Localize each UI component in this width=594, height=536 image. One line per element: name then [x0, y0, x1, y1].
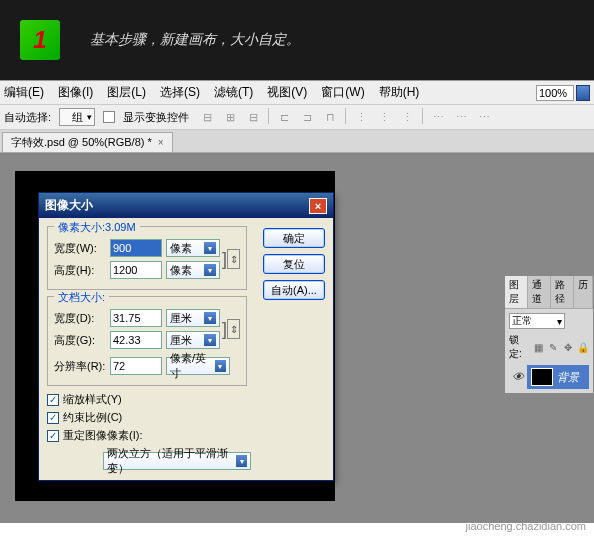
- lock-brush-icon[interactable]: ✎: [547, 340, 560, 354]
- menu-select[interactable]: 选择(S): [160, 84, 200, 101]
- align-icon[interactable]: ⊟: [243, 108, 263, 126]
- menu-layer[interactable]: 图层(L): [107, 84, 146, 101]
- dialog-titlebar[interactable]: 图像大小 ×: [39, 193, 333, 218]
- menu-help[interactable]: 帮助(H): [379, 84, 420, 101]
- document-size-legend: 文档大小:: [54, 290, 109, 305]
- resample-label: 重定图像像素(I):: [63, 428, 142, 443]
- auto-select-dropdown[interactable]: 组: [59, 108, 95, 126]
- transform-label: 显示变换控件: [123, 110, 189, 125]
- distribute-icon[interactable]: ⋯: [474, 108, 494, 126]
- align-icon[interactable]: ⊏: [274, 108, 294, 126]
- dialog-title: 图像大小: [45, 197, 93, 214]
- distribute-icon[interactable]: ⋯: [451, 108, 471, 126]
- distribute-icon[interactable]: ⋯: [428, 108, 448, 126]
- menu-view[interactable]: 视图(V): [267, 84, 307, 101]
- separator: [345, 108, 346, 124]
- image-size-dialog: 图像大小 × 确定 复位 自动(A)... 像素大小:3.09M 宽度(W): …: [38, 192, 334, 481]
- document-tab[interactable]: 字特效.psd @ 50%(RGB/8) * ×: [2, 132, 173, 152]
- resample-checkbox[interactable]: [47, 430, 59, 442]
- tab-layers[interactable]: 图层: [505, 276, 528, 308]
- link-icon[interactable]: ⇕: [227, 319, 240, 339]
- pixel-height-input[interactable]: [110, 261, 162, 279]
- document-tab-title: 字特效.psd @ 50%(RGB/8) *: [11, 135, 152, 150]
- close-button[interactable]: ×: [309, 198, 327, 214]
- layer-name: 背景: [557, 370, 579, 385]
- auto-button[interactable]: 自动(A)...: [263, 280, 325, 300]
- auto-select-label: 自动选择:: [4, 110, 51, 125]
- zoom-input[interactable]: [536, 85, 574, 101]
- scale-styles-label: 缩放样式(Y): [63, 392, 122, 407]
- link-icon[interactable]: ⇕: [227, 249, 240, 269]
- tutorial-banner: 1 基本步骤，新建画布，大小自定。: [0, 0, 594, 80]
- distribute-icon[interactable]: ⋮: [374, 108, 394, 126]
- pixel-dimensions-legend: 像素大小:3.09M: [54, 220, 140, 235]
- close-icon[interactable]: ×: [158, 137, 164, 148]
- align-icon[interactable]: ⊞: [220, 108, 240, 126]
- pixel-height-unit[interactable]: 像素▾: [166, 261, 220, 279]
- layer-row[interactable]: 👁 背景: [509, 365, 589, 389]
- step-description: 基本步骤，新建画布，大小自定。: [90, 31, 300, 49]
- pixel-width-unit[interactable]: 像素▾: [166, 239, 220, 257]
- tab-channels[interactable]: 通道: [528, 276, 551, 308]
- pixel-width-input[interactable]: [110, 239, 162, 257]
- panels-dock: 图层 通道 路径 历 正常▾ 锁定: ▦ ✎ ✥ 🔒 👁 背景: [504, 275, 594, 394]
- align-icon[interactable]: ⊐: [297, 108, 317, 126]
- doc-width-unit[interactable]: 厘米▾: [166, 309, 220, 327]
- constrain-label: 约束比例(C): [63, 410, 122, 425]
- resolution-label: 分辨率(R):: [54, 359, 106, 374]
- resample-method-dropdown[interactable]: 两次立方（适用于平滑渐变）▾: [103, 452, 251, 470]
- align-toolbar: ⊟ ⊞ ⊟ ⊏ ⊐ ⊓ ⋮ ⋮ ⋮ ⋯ ⋯ ⋯: [197, 108, 494, 126]
- watermark-url: jiaocheng.chazidian.com: [466, 520, 586, 532]
- reset-button[interactable]: 复位: [263, 254, 325, 274]
- doc-width-label: 宽度(D):: [54, 311, 106, 326]
- constrain-checkbox[interactable]: [47, 412, 59, 424]
- visibility-icon[interactable]: 👁: [509, 365, 527, 389]
- lock-all-icon[interactable]: 🔒: [576, 340, 589, 354]
- blend-mode-dropdown[interactable]: 正常▾: [509, 313, 565, 329]
- layer-thumbnail[interactable]: [531, 368, 553, 386]
- distribute-icon[interactable]: ⋮: [351, 108, 371, 126]
- height-label: 高度(H):: [54, 263, 106, 278]
- lock-move-icon[interactable]: ✥: [561, 340, 574, 354]
- menu-bar: 编辑(E) 图像(I) 图层(L) 选择(S) 滤镜(T) 视图(V) 窗口(W…: [0, 80, 594, 105]
- resolution-unit[interactable]: 像素/英寸▾: [166, 357, 230, 375]
- menu-image[interactable]: 图像(I): [58, 84, 93, 101]
- zoom-control: [536, 84, 590, 101]
- distribute-icon[interactable]: ⋮: [397, 108, 417, 126]
- document-tab-strip: 字特效.psd @ 50%(RGB/8) * ×: [0, 130, 594, 153]
- watermark: 查字典 教程网 jiaocheng.chazidian.com: [466, 486, 586, 532]
- scale-styles-checkbox[interactable]: [47, 394, 59, 406]
- align-icon[interactable]: ⊓: [320, 108, 340, 126]
- lock-transparency-icon[interactable]: ▦: [532, 340, 545, 354]
- align-icon[interactable]: ⊟: [197, 108, 217, 126]
- watermark-title: 查字典 教程网: [482, 486, 570, 504]
- menu-edit[interactable]: 编辑(E): [4, 84, 44, 101]
- doc-width-input[interactable]: [110, 309, 162, 327]
- step-number-badge: 1: [20, 20, 60, 60]
- menu-window[interactable]: 窗口(W): [321, 84, 364, 101]
- tab-paths[interactable]: 路径: [551, 276, 574, 308]
- lock-label: 锁定:: [509, 333, 530, 361]
- transform-checkbox[interactable]: [103, 111, 115, 123]
- separator: [422, 108, 423, 124]
- menu-filter[interactable]: 滤镜(T): [214, 84, 253, 101]
- options-bar: 自动选择: 组 显示变换控件 ⊟ ⊞ ⊟ ⊏ ⊐ ⊓ ⋮ ⋮ ⋮ ⋯ ⋯ ⋯: [0, 105, 594, 130]
- doc-height-label: 高度(G):: [54, 333, 106, 348]
- separator: [268, 108, 269, 124]
- resolution-input[interactable]: [110, 357, 162, 375]
- doc-height-input[interactable]: [110, 331, 162, 349]
- tab-history[interactable]: 历: [574, 276, 593, 308]
- zoom-dropdown[interactable]: [576, 85, 590, 101]
- doc-height-unit[interactable]: 厘米▾: [166, 331, 220, 349]
- width-label: 宽度(W):: [54, 241, 106, 256]
- ok-button[interactable]: 确定: [263, 228, 325, 248]
